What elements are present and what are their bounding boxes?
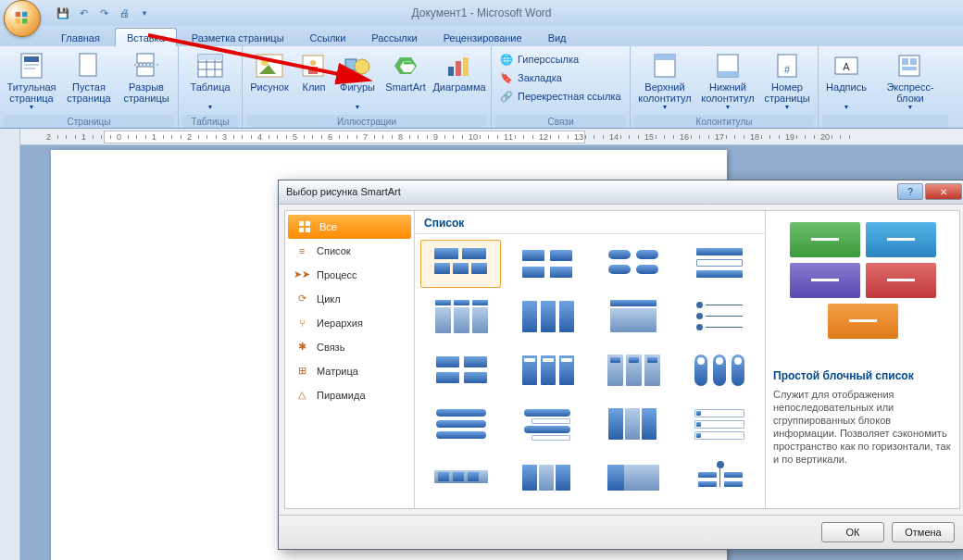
group-label-tables: Таблицы xyxy=(182,115,238,128)
layout-thumb[interactable] xyxy=(420,293,501,342)
tab-insert[interactable]: Вставка xyxy=(115,28,177,46)
category-process[interactable]: ➤➤Процесс xyxy=(285,263,414,287)
tab-home[interactable]: Главная xyxy=(50,29,111,46)
window-title: Документ1 - Microsoft Word xyxy=(411,6,551,19)
layout-thumb[interactable] xyxy=(679,293,759,342)
cancel-button[interactable]: Отмена xyxy=(892,522,955,542)
redo-icon[interactable]: ↷ xyxy=(96,6,111,20)
horizontal-ruler[interactable]: 2101234567891011121314151617181920 xyxy=(20,129,963,145)
quickparts-button[interactable]: Экспресс-блоки▼ xyxy=(872,50,948,110)
header-button[interactable]: Верхний колонтитул▼ xyxy=(634,50,695,110)
layout-thumb[interactable] xyxy=(679,240,759,288)
blank-page-icon xyxy=(74,52,104,80)
dialog-help-button[interactable]: ? xyxy=(897,183,923,200)
bookmark-button[interactable]: 🔖Закладка xyxy=(495,68,566,87)
svg-rect-3 xyxy=(22,19,28,24)
ok-button[interactable]: ОК xyxy=(821,522,884,542)
layout-thumb[interactable] xyxy=(679,401,759,449)
smartart-button[interactable]: SmartArt xyxy=(381,50,430,104)
svg-rect-28 xyxy=(448,67,454,76)
pagenum-button[interactable]: # Номер страницы▼ xyxy=(760,50,814,110)
layout-thumb[interactable] xyxy=(593,293,673,342)
svg-rect-29 xyxy=(456,61,461,76)
layout-thumb[interactable] xyxy=(507,401,587,449)
group-illustrations: Рисунок Клип Фигуры▼ SmartArt Диаграмма … xyxy=(243,46,492,128)
blank-page-button[interactable]: Пустая страница xyxy=(61,50,117,104)
print-preview-icon[interactable]: 🖨 xyxy=(117,6,131,20)
layout-thumb[interactable] xyxy=(507,454,587,503)
group-label-illustr: Иллюстрации xyxy=(246,115,487,128)
tab-view[interactable]: Вид xyxy=(537,29,578,46)
group-headerfooter: Верхний колонтитул▼ Нижний колонтитул▼ #… xyxy=(631,46,819,128)
group-links: 🌐Гиперссылка 🔖Закладка 🔗Перекрестная ссы… xyxy=(492,46,631,128)
layout-thumb[interactable] xyxy=(593,347,673,395)
vertical-ruler[interactable] xyxy=(0,129,20,560)
clip-icon xyxy=(299,52,329,80)
chart-icon xyxy=(444,52,474,80)
svg-rect-7 xyxy=(24,68,35,69)
relationship-icon: ✱ xyxy=(294,340,309,355)
svg-rect-10 xyxy=(137,67,154,76)
picture-button[interactable]: Рисунок xyxy=(246,50,293,104)
preview-block xyxy=(866,222,936,257)
dialog-close-button[interactable]: ✕ xyxy=(925,183,962,200)
category-all[interactable]: Все xyxy=(288,215,411,239)
category-pyramid[interactable]: △Пирамида xyxy=(285,383,414,407)
table-button[interactable]: Таблица▼ xyxy=(182,50,238,110)
tab-references[interactable]: Ссылки xyxy=(299,29,357,46)
svg-rect-0 xyxy=(16,12,21,18)
ribbon-tabs: Главная Вставка Разметка страницы Ссылки… xyxy=(0,26,963,46)
layout-thumb[interactable] xyxy=(420,240,501,288)
category-hierarchy[interactable]: ⑂Иерархия xyxy=(285,311,414,335)
pyramid-icon: △ xyxy=(294,388,309,403)
svg-rect-34 xyxy=(718,71,738,77)
hierarchy-icon: ⑂ xyxy=(294,316,309,330)
layout-thumb[interactable] xyxy=(507,293,587,342)
category-relationship[interactable]: ✱Связь xyxy=(285,335,414,359)
all-icon xyxy=(297,219,312,234)
layout-thumb[interactable] xyxy=(507,347,587,395)
hyperlink-button[interactable]: 🌐Гиперссылка xyxy=(495,50,582,68)
picture-icon xyxy=(255,52,284,80)
preview-block xyxy=(790,222,860,257)
page-break-button[interactable]: Разрыв страницы xyxy=(119,50,174,104)
tab-review[interactable]: Рецензирование xyxy=(432,29,533,46)
office-button[interactable] xyxy=(4,0,41,37)
group-label-pages: Страницы xyxy=(4,115,174,128)
undo-icon[interactable]: ↶ xyxy=(76,6,91,20)
tab-mailings[interactable]: Рассылки xyxy=(360,29,428,46)
layout-thumb[interactable] xyxy=(420,454,501,503)
group-label-headfoot: Колонтитулы xyxy=(634,115,814,128)
list-icon: ≡ xyxy=(294,243,309,258)
svg-rect-46 xyxy=(306,221,310,226)
tab-layout[interactable]: Разметка страницы xyxy=(181,29,295,46)
preview-pane: Простой блочный список Служит для отобра… xyxy=(765,211,959,508)
layout-thumb[interactable] xyxy=(420,347,501,395)
crossref-button[interactable]: 🔗Перекрестная ссылка xyxy=(495,87,625,106)
clip-button[interactable]: Клип xyxy=(294,50,333,104)
qat-dropdown-icon[interactable]: ▼ xyxy=(137,6,152,20)
layout-thumb[interactable] xyxy=(593,454,673,503)
textbox-button[interactable]: A Надпись▼ xyxy=(822,50,870,110)
quickparts-icon xyxy=(895,52,925,80)
layout-thumb[interactable] xyxy=(507,240,587,288)
svg-rect-40 xyxy=(902,58,908,65)
gallery-scroll[interactable] xyxy=(415,234,765,508)
preview-block xyxy=(828,304,898,339)
category-matrix[interactable]: ⊞Матрица xyxy=(285,359,414,383)
layout-thumb[interactable] xyxy=(679,347,759,395)
group-label-links: Связи xyxy=(495,115,626,128)
layout-thumb[interactable] xyxy=(593,240,673,288)
save-icon[interactable]: 💾 xyxy=(56,6,70,20)
category-list[interactable]: ≡Список xyxy=(285,239,414,263)
layout-thumb[interactable] xyxy=(679,454,759,503)
shapes-button[interactable]: Фигуры▼ xyxy=(335,50,380,110)
layout-thumb[interactable] xyxy=(420,401,501,449)
layout-thumb[interactable] xyxy=(593,401,673,449)
quick-access-toolbar: 💾 ↶ ↷ 🖨 ▼ xyxy=(56,6,152,20)
chart-button[interactable]: Диаграмма xyxy=(431,50,487,104)
footer-button[interactable]: Нижний колонтитул▼ xyxy=(697,50,758,110)
cover-page-button[interactable]: Титульная страница▼ xyxy=(4,50,59,110)
dialog-titlebar[interactable]: Выбор рисунка SmartArt ? ✕ xyxy=(279,180,963,205)
category-cycle[interactable]: ⟳Цикл xyxy=(285,287,414,311)
